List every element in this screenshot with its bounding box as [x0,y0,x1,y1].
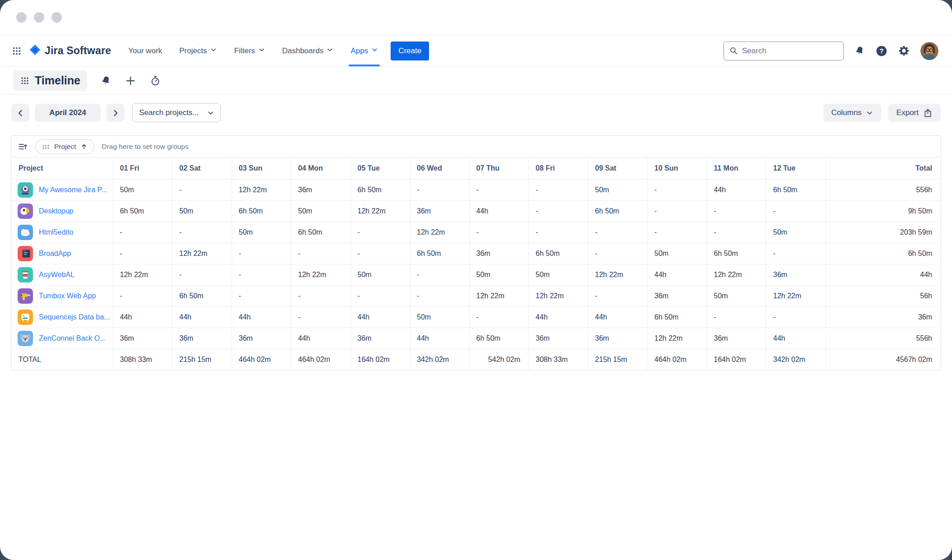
create-button[interactable]: Create [391,42,429,60]
day-cell: 36m [529,328,588,349]
nav-item-dashboards[interactable]: Dashboards [282,35,334,66]
notifications-bell-icon[interactable] [854,46,865,56]
day-cell: 12h 22m [113,264,173,286]
next-period-button[interactable] [106,104,124,122]
day-cell: 6h 50m [350,179,410,201]
day-column-header[interactable]: 03 Sun [232,157,291,179]
day-cell: - [707,201,766,222]
day-column-header[interactable]: 05 Tue [350,157,410,179]
project-column-header[interactable]: Project [12,157,113,179]
prev-period-button[interactable] [11,104,29,122]
day-column-header[interactable]: 01 Fri [113,157,173,179]
period-button[interactable]: April 2024 [35,104,101,122]
grouping-bar: Project Drag here to set row groups [12,136,940,157]
day-cell: 36m [707,328,766,349]
group-hint: Drag here to set row groups [102,143,188,151]
window-control-dot[interactable] [16,12,27,23]
total-day-cell: 464h 02m [648,349,707,370]
day-cell: 36m [588,328,648,349]
total-column-header[interactable]: Total [826,157,940,179]
day-cell: - [350,222,410,243]
day-column-header[interactable]: 12 Tue [766,157,826,179]
chevron-down-icon [866,110,873,116]
day-cell: - [232,286,291,307]
day-cell: - [588,243,648,264]
chevron-down-icon [371,46,378,56]
day-cell: - [766,201,826,222]
day-cell: 6h 50m [232,201,291,222]
project-group-chip[interactable]: Project [35,139,94,154]
drag-handle-icon [42,144,50,149]
stopwatch-icon[interactable] [150,75,161,86]
day-cell: 36m [113,328,173,349]
day-cell: 44h [588,307,648,328]
project-link[interactable]: ZenConnel Back O... [39,334,106,342]
day-cell: - [291,286,351,307]
project-link[interactable]: Tumbox Web App [39,292,96,300]
picture-icon [18,310,33,325]
day-cell: 6h 50m [648,307,707,328]
day-cell: - [113,286,173,307]
day-cell: 36m [232,328,291,349]
global-search[interactable] [723,42,844,60]
day-column-header[interactable]: 09 Sat [588,157,648,179]
search-icon [729,46,738,55]
project-link[interactable]: Html5edito [39,228,73,236]
day-column-header[interactable]: 08 Fri [529,157,588,179]
day-cell: - [469,222,529,243]
page-title-chip[interactable]: Timeline [14,70,87,91]
nav-item-your-work[interactable]: Your work [128,35,162,66]
project-cell: Html5edito [12,222,113,243]
columns-button[interactable]: Columns [823,104,881,122]
settings-gear-icon[interactable] [898,45,910,56]
day-cell: 50m [173,201,232,222]
day-cell: 50m [350,264,410,286]
coffee-icon [18,267,33,282]
day-cell: 36m [648,286,707,307]
parrot-icon [18,204,33,219]
day-cell: - [232,264,291,286]
total-day-cell: 464h 02m [291,349,351,370]
nav-item-filters[interactable]: Filters [234,35,265,66]
day-column-header[interactable]: 11 Mon [707,157,766,179]
help-icon[interactable]: ? [876,45,887,57]
terminal-icon [18,246,33,261]
export-button[interactable]: Export [888,104,941,122]
page-title: Timeline [35,74,80,87]
project-link[interactable]: AsyWebAL [39,271,75,279]
search-input[interactable] [742,46,838,56]
monster-icon [18,182,33,198]
bell-icon[interactable] [101,75,111,86]
total-row-label: TOTAL [12,349,113,370]
nav-item-projects[interactable]: Projects [179,35,217,66]
sort-ascending-icon [80,143,88,150]
day-cell: - [232,243,291,264]
day-column-header[interactable]: 10 Sun [648,157,707,179]
project-link[interactable]: Sequencejs Data ba... [39,313,110,321]
window-control-dot[interactable] [51,12,62,23]
table-row: AsyWebAL12h 22m--12h 22m50m-50m50m12h 22… [12,264,940,286]
day-cell: - [350,286,410,307]
day-column-header[interactable]: 02 Sat [173,157,232,179]
project-filter-select[interactable]: Search projects... [132,103,221,122]
app-switcher-icon[interactable] [12,46,22,56]
day-cell: 36m [173,328,232,349]
project-link[interactable]: Desktopup [39,207,74,215]
project-link[interactable]: BroadApp [39,250,71,258]
jira-logo-icon [29,44,41,58]
plus-icon[interactable] [125,75,136,87]
brand[interactable]: Jira Software [29,44,111,58]
day-cell: - [291,307,351,328]
day-cell: 44h [291,328,351,349]
nav-item-apps[interactable]: Apps [350,35,378,66]
table-row: Desktopup6h 50m50m6h 50m50m12h 22m36m44h… [12,201,940,222]
day-column-header[interactable]: 06 Wed [410,157,470,179]
row-total-cell: 556h [826,328,940,349]
user-avatar[interactable] [920,42,938,60]
project-link[interactable]: My Awesome Jira P... [39,186,107,194]
svg-text:?: ? [880,47,884,54]
day-column-header[interactable]: 04 Mon [291,157,351,179]
day-cell: 44h [232,307,291,328]
window-control-dot[interactable] [34,12,44,23]
day-column-header[interactable]: 07 Thu [469,157,529,179]
